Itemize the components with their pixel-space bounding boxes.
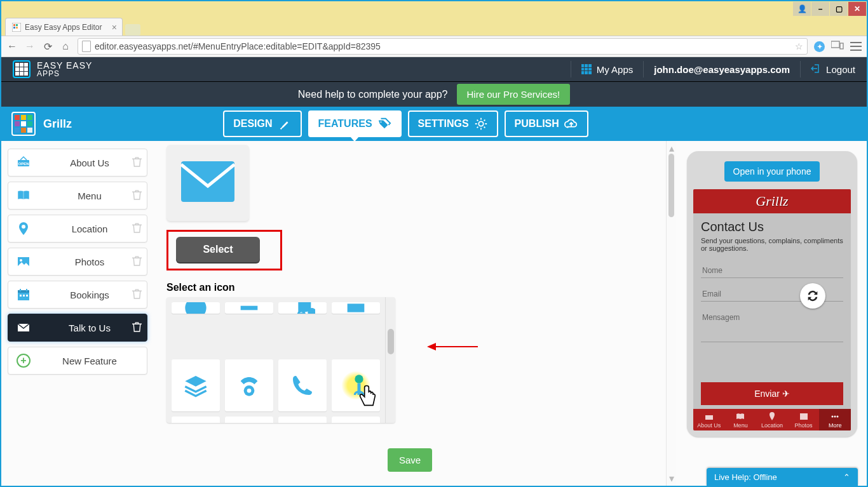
icon-grid[interactable] bbox=[166, 297, 385, 423]
promo-bar: Need help to complete your app? Hire our… bbox=[1, 81, 867, 107]
window-maximize[interactable]: ▢ bbox=[830, 2, 848, 16]
svg-rect-21 bbox=[241, 306, 258, 310]
delete-icon[interactable] bbox=[132, 288, 142, 302]
logout-icon bbox=[811, 63, 821, 76]
preview-nav-location: Location bbox=[756, 409, 788, 430]
svg-point-10 bbox=[22, 225, 25, 229]
svg-rect-5 bbox=[831, 41, 839, 48]
delete-icon[interactable] bbox=[132, 321, 142, 335]
svg-rect-16 bbox=[23, 295, 25, 297]
address-bar[interactable]: editor.easyeasyapps.net/#MenuEntryPlace:… bbox=[78, 38, 808, 55]
browser-toolbar: ← → ⟳ ⌂ editor.easyeasyapps.net/#MenuEnt… bbox=[1, 36, 867, 57]
icon-option-play-circle[interactable] bbox=[225, 417, 273, 423]
forward-button[interactable]: → bbox=[24, 41, 36, 52]
icon-grid-scrollbar[interactable] bbox=[385, 297, 395, 423]
menu-button[interactable] bbox=[850, 42, 862, 51]
tab-settings[interactable]: SETTINGS bbox=[408, 110, 498, 137]
main-panel: Select Select an icon bbox=[154, 141, 666, 486]
icon-option-pin-location[interactable] bbox=[332, 359, 380, 411]
image-icon bbox=[15, 254, 32, 269]
browser-tab-strip: Easy Easy Apps Editor × bbox=[1, 17, 867, 36]
window-minimize[interactable]: – bbox=[811, 2, 829, 16]
icon-option-phone-handset[interactable] bbox=[278, 359, 327, 411]
preview-app-title: Grillz bbox=[693, 189, 851, 213]
plus-circle-icon: + bbox=[17, 354, 31, 368]
icon-option-thumbtack[interactable] bbox=[172, 417, 220, 423]
sidebar-item-photos[interactable]: Photos bbox=[8, 248, 147, 276]
my-apps-link[interactable]: My Apps bbox=[581, 64, 634, 75]
envelope-icon bbox=[15, 320, 32, 335]
delete-icon[interactable] bbox=[132, 255, 142, 269]
reload-button[interactable]: ⟳ bbox=[42, 41, 53, 52]
preview-page-title: Contact Us bbox=[701, 220, 843, 234]
select-button[interactable]: Select bbox=[176, 237, 260, 262]
preview-nav-about-us: About Us bbox=[693, 409, 725, 430]
envelope-icon bbox=[180, 161, 235, 205]
icon-option[interactable] bbox=[332, 302, 380, 314]
svg-rect-22 bbox=[348, 304, 365, 312]
icon-option[interactable] bbox=[225, 302, 273, 314]
tab-publish[interactable]: PUBLISH bbox=[505, 110, 588, 137]
hire-services-button[interactable]: Hire our Pro Services! bbox=[457, 84, 571, 105]
window-user-icon[interactable]: 👤 bbox=[793, 2, 811, 16]
sidebar-item-bookings[interactable]: Bookings bbox=[8, 281, 147, 309]
icon-option[interactable] bbox=[172, 302, 220, 314]
tags-icon bbox=[377, 117, 391, 131]
preview-bottom-nav: About Us Menu Location Photos More bbox=[693, 409, 851, 430]
live-help-bar[interactable]: Live Help: Offline ⌃ bbox=[707, 468, 858, 486]
tab-close-icon[interactable]: × bbox=[112, 22, 117, 32]
device-mode-icon[interactable] bbox=[831, 40, 844, 53]
svg-text:OPEN: OPEN bbox=[18, 162, 29, 166]
preview-send-button: Enviar ✈ bbox=[701, 382, 843, 405]
spinner-icon bbox=[800, 283, 825, 309]
icon-option-gallery[interactable] bbox=[278, 417, 327, 423]
delete-icon[interactable] bbox=[132, 222, 142, 236]
open-sign-icon: OPEN bbox=[15, 155, 32, 170]
paintbrush-icon bbox=[278, 117, 292, 131]
svg-point-36 bbox=[837, 416, 839, 418]
cloud-upload-icon bbox=[564, 117, 578, 131]
preview-nav-photos: Photos bbox=[788, 409, 820, 430]
preview-nav-menu: Menu bbox=[725, 409, 757, 430]
chevron-up-icon: ⌃ bbox=[843, 472, 850, 482]
preview-area: Open in your phone Grillz Contact Us Sen… bbox=[676, 141, 867, 486]
home-button[interactable]: ⌂ bbox=[60, 41, 71, 52]
svg-rect-19 bbox=[181, 161, 234, 202]
tab-features[interactable]: FEATURES bbox=[308, 110, 402, 137]
main-scrollbar[interactable]: ▴ ▾ bbox=[666, 141, 676, 486]
icon-option-microphone[interactable] bbox=[332, 417, 380, 423]
delete-icon[interactable] bbox=[132, 189, 142, 203]
brand-name: EASY EASY APPS bbox=[37, 61, 92, 77]
app-header: EASY EASY APPS My Apps john.doe@easyeasy… bbox=[1, 57, 867, 81]
book-icon bbox=[15, 188, 32, 203]
user-email-link[interactable]: john.doe@easyeasyapps.com bbox=[654, 64, 790, 75]
url-text: editor.easyeasyapps.net/#MenuEntryPlace:… bbox=[95, 41, 381, 51]
browser-tab[interactable]: Easy Easy Apps Editor × bbox=[5, 18, 123, 36]
logout-link[interactable]: Logout bbox=[811, 63, 855, 76]
delete-icon[interactable] bbox=[132, 156, 142, 170]
svg-point-7 bbox=[478, 121, 483, 126]
open-in-phone-button[interactable]: Open in your phone bbox=[724, 161, 820, 182]
icon-option-music[interactable] bbox=[278, 302, 327, 314]
sidebar-item-location[interactable]: Location bbox=[8, 215, 147, 243]
bookmark-star-icon[interactable]: ☆ bbox=[795, 41, 803, 51]
new-tab-button[interactable] bbox=[125, 24, 140, 36]
icon-option-retro-phone[interactable] bbox=[225, 359, 273, 411]
svg-point-12 bbox=[20, 259, 22, 262]
favicon-icon bbox=[12, 23, 21, 32]
save-button[interactable]: Save bbox=[388, 448, 432, 472]
icon-option-layers[interactable] bbox=[172, 359, 220, 411]
cursor-hand-icon bbox=[354, 384, 367, 399]
extension-icon[interactable]: ✦ bbox=[814, 41, 825, 52]
icon-grid-container bbox=[166, 297, 395, 423]
new-feature-button[interactable]: + New Feature bbox=[8, 347, 147, 375]
sidebar-item-menu[interactable]: Menu bbox=[8, 182, 147, 210]
svg-rect-1 bbox=[13, 24, 15, 26]
svg-rect-33 bbox=[800, 413, 808, 420]
tab-design[interactable]: DESIGN bbox=[223, 110, 301, 137]
svg-point-20 bbox=[185, 302, 206, 314]
sidebar-item-about-us[interactable]: OPEN About Us bbox=[8, 149, 147, 177]
back-button[interactable]: ← bbox=[6, 41, 18, 52]
sidebar-item-talk-to-us[interactable]: Talk to Us bbox=[8, 314, 147, 342]
window-close[interactable]: ✕ bbox=[848, 2, 866, 16]
